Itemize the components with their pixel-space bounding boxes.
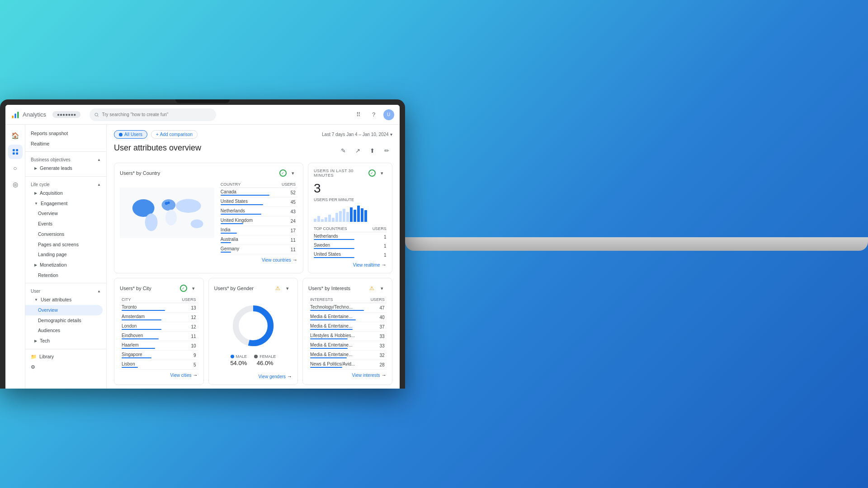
search-bar[interactable] xyxy=(90,108,216,121)
sidebar: Reports snapshot Realtime Business objec… xyxy=(25,125,107,389)
interests-card-actions: ⚠ ▾ xyxy=(368,284,387,293)
account-chip[interactable]: ●●●●●●● xyxy=(52,111,80,118)
top-countries-table: TOP COUNTRIES USERS Netherlands 1 Sweden… xyxy=(314,225,387,259)
date-dropdown-icon: ▾ xyxy=(390,132,392,137)
apps-icon[interactable]: ⠿ xyxy=(353,109,364,121)
country-users: 24 xyxy=(271,216,297,226)
sidebar-item-reports-snapshot[interactable]: Reports snapshot xyxy=(25,128,106,139)
gender-more-icon[interactable]: ▾ xyxy=(283,284,292,293)
sidebar-item-library[interactable]: 📁 Library xyxy=(25,352,106,361)
table-row: News & Politics/Avid... 28 xyxy=(308,360,387,370)
sidebar-item-monetization[interactable]: ▶ Monetization xyxy=(25,260,106,270)
nav-home-icon[interactable]: 🏠 xyxy=(8,128,23,143)
table-row: Canada 52 xyxy=(219,188,297,197)
country-card: Users* by Country ✓ ▾ xyxy=(114,163,303,273)
add-comparison-button[interactable]: + Add comparison xyxy=(151,130,198,139)
customize-icon[interactable]: ✏ xyxy=(382,145,392,156)
sidebar-item-overview-active[interactable]: Overview xyxy=(25,305,103,315)
bar-item xyxy=(332,218,335,222)
country-card-more-icon[interactable]: ▾ xyxy=(288,169,297,178)
view-countries-link[interactable]: View countries xyxy=(262,258,291,263)
view-realtime-arrow: → xyxy=(382,262,387,267)
sidebar-item-generate-leads[interactable]: ▶ Generate leads xyxy=(25,163,106,174)
interest-users: 40 xyxy=(366,313,387,322)
sidebar-settings[interactable]: ⚙ xyxy=(25,361,106,372)
main-content: All Users + Add comparison Last 7 days J… xyxy=(107,125,400,389)
help-icon[interactable]: ? xyxy=(368,109,380,121)
share-icon[interactable]: ↗ xyxy=(353,145,363,156)
collapse-icon-2: ▲ xyxy=(97,183,101,187)
interests-card-header: Users* by Interests ⚠ ▾ xyxy=(308,284,387,293)
sidebar-item-pages-screens[interactable]: Pages and screens xyxy=(25,239,106,250)
expand-icon-4: ▶ xyxy=(34,338,37,343)
realtime-card-header: USERS IN LAST 30 MINUTES ✓ ▾ xyxy=(314,169,387,178)
city-users: 5 xyxy=(167,360,198,370)
page-actions: ✎ ↗ ⬆ ✏ xyxy=(338,145,392,156)
city-name: Haarlem xyxy=(120,341,167,351)
country-users: 17 xyxy=(271,226,297,235)
sidebar-item-landing-page[interactable]: Landing page xyxy=(25,249,106,260)
male-pct: 54.0% xyxy=(230,360,247,366)
nav-reports-icon[interactable] xyxy=(8,145,23,159)
sidebar-item-user-attributes[interactable]: ▼ User attributes xyxy=(25,295,106,305)
svg-rect-2 xyxy=(17,112,19,118)
city-name: Lisbon xyxy=(120,360,167,370)
country-col-header: COUNTRY xyxy=(219,181,272,188)
sidebar-item-engagement[interactable]: ▼ Engagement xyxy=(25,198,106,209)
sidebar-divider-1 xyxy=(25,151,106,152)
table-row: Singapore 9 xyxy=(120,351,198,360)
nav-explore-icon[interactable]: ○ xyxy=(8,161,23,175)
table-row: Toronto 13 xyxy=(120,303,198,313)
city-name: Singapore xyxy=(120,351,167,360)
nav-icons: 🏠 ○ ◎ xyxy=(5,125,25,389)
realtime-status-icon: ✓ xyxy=(368,169,376,177)
sidebar-item-overview[interactable]: Overview xyxy=(25,208,106,219)
date-range[interactable]: Last 7 days Jan 4 – Jan 10, 2024 ▾ xyxy=(322,132,392,137)
sidebar-item-conversions[interactable]: Conversions xyxy=(25,229,106,239)
collapse-icon-3: ▼ xyxy=(34,201,38,206)
city-card-actions: ✓ ▾ xyxy=(180,284,198,293)
nav-advertising-icon[interactable]: ◎ xyxy=(8,177,23,192)
svg-rect-5 xyxy=(13,149,15,151)
view-genders-link[interactable]: View genders xyxy=(259,374,286,379)
sidebar-item-demographic-details[interactable]: Demographic details xyxy=(25,315,106,326)
sidebar-item-acquisition[interactable]: ▶ Acquisition xyxy=(25,188,106,198)
sidebar-section-user[interactable]: User ▲ xyxy=(25,286,106,295)
view-interests-link[interactable]: View interests xyxy=(352,373,380,378)
interest-name: Media & Entertaine... xyxy=(308,341,366,351)
table-row: Eindhoven 11 xyxy=(120,332,198,341)
view-realtime-link[interactable]: View realtime xyxy=(353,263,380,267)
all-users-chip[interactable]: All Users xyxy=(114,130,147,139)
search-input[interactable] xyxy=(102,112,212,117)
avatar[interactable]: U xyxy=(383,109,394,120)
sidebar-item-realtime[interactable]: Realtime xyxy=(25,139,106,149)
country-table-footer: View countries → xyxy=(219,257,297,263)
interests-more-icon[interactable]: ▾ xyxy=(377,284,387,293)
sidebar-section-lifecycle[interactable]: Life cycle ▲ xyxy=(25,179,106,188)
gender-footer: View genders → xyxy=(214,374,292,379)
bar-item xyxy=(350,207,353,222)
city-data-table: CITY USERS Toronto 13 Amsterdam 12 Londo… xyxy=(120,296,198,370)
top-bar: Analytics ●●●●●●● ⠿ ? U xyxy=(5,105,400,125)
sidebar-item-tech[interactable]: ▶ Tech xyxy=(25,336,106,346)
legend-male: MALE 54.0% xyxy=(230,354,247,366)
interest-users: 28 xyxy=(366,360,387,370)
table-row: Media & Entertaine... 32 xyxy=(308,351,387,360)
view-cities-link[interactable]: View cities xyxy=(170,373,191,378)
sidebar-item-audiences[interactable]: Audiences xyxy=(25,325,106,336)
interest-name: Media & Entertaine... xyxy=(308,351,366,360)
sidebar-section-business-objectives[interactable]: Business objectives ▲ xyxy=(25,155,106,163)
sidebar-item-retention[interactable]: Retention xyxy=(25,270,106,281)
world-map xyxy=(120,181,214,263)
country-name: United States xyxy=(219,197,272,207)
city-more-icon[interactable]: ▾ xyxy=(189,284,198,293)
country-name: Germany xyxy=(219,245,272,254)
svg-line-4 xyxy=(98,116,99,117)
bar-item xyxy=(357,206,360,222)
export-icon[interactable]: ⬆ xyxy=(367,145,378,156)
edit-report-icon[interactable]: ✎ xyxy=(338,145,349,156)
realtime-more-icon[interactable]: ▾ xyxy=(377,169,387,178)
sidebar-item-events[interactable]: Events xyxy=(25,219,106,229)
sidebar-divider-2 xyxy=(25,176,106,177)
bar-item xyxy=(321,219,324,222)
